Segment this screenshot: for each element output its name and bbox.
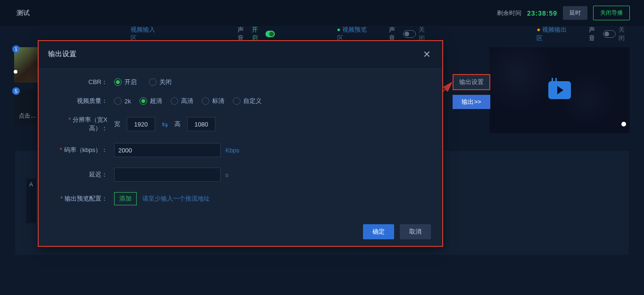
thumbnail-number: 1 <box>12 45 20 53</box>
radio-text: 自定义 <box>243 97 262 105</box>
radio-text: 开启 <box>124 78 137 86</box>
sound-status-on: 开启 <box>252 25 263 42</box>
height-input[interactable] <box>187 117 215 131</box>
section-row: 视频输入区 声音 开启 视频预览区 声音 关闭 视频输出区 声音 关闭 <box>0 26 644 42</box>
output-button[interactable]: 输出>> <box>453 95 490 109</box>
output-preview-panel <box>489 47 630 133</box>
sound-label-2: 声音 <box>389 25 400 42</box>
radio-text: 关闭 <box>159 78 172 86</box>
thumbnail-slider-handle[interactable] <box>14 70 17 74</box>
play-icon <box>548 81 571 99</box>
quality-2k-radio[interactable]: 2k <box>114 97 131 105</box>
width-input[interactable] <box>127 117 155 131</box>
delay-input[interactable] <box>114 168 221 182</box>
sound-status-off-2: 关闭 <box>619 25 630 42</box>
video-preview-section-label: 视频预览区 <box>337 25 370 42</box>
quality-hd-radio[interactable]: 高清 <box>171 97 193 105</box>
quality-sd-radio[interactable]: 标清 <box>202 97 224 105</box>
thumbnail-click-label: 点击… <box>19 112 36 120</box>
stream-hint: 请至少输入一个推流地址 <box>142 194 210 203</box>
sound-label-3: 声音 <box>589 25 600 42</box>
bitrate-input[interactable] <box>114 143 221 157</box>
bitrate-unit: Kbps <box>225 147 239 154</box>
quality-super-radio[interactable]: 超清 <box>140 97 162 105</box>
output-slider-handle[interactable] <box>621 122 626 126</box>
resolution-label: *分辨率（宽X高）： <box>53 116 114 133</box>
remaining-time-value: 23:38:59 <box>527 9 557 17</box>
modal-header: 输出设置 ✕ <box>39 41 442 67</box>
quality-label: 视频质量： <box>53 97 114 105</box>
delay-label: 延迟： <box>53 170 114 179</box>
sound-status-off-1: 关闭 <box>419 25 430 42</box>
preview-config-label: *输出预览配置： <box>53 194 114 203</box>
thumbnail-column: 1 5 点击… <box>14 47 42 131</box>
topbar: 测试 剩余时间 23:38:59 延时 关闭导播 <box>0 0 644 26</box>
output-settings-modal: 输出设置 ✕ CBR： 开启 关闭 视频质量： 2k 超清 高清 标清 自定义 … <box>39 41 442 246</box>
thumbnail-1[interactable]: 1 <box>14 47 40 83</box>
radio-text: 2k <box>124 98 131 105</box>
modal-title: 输出设置 <box>48 50 76 59</box>
width-sublabel: 宽 <box>114 120 120 128</box>
cbr-label: CBR： <box>53 78 114 86</box>
delay-unit: s <box>225 171 229 178</box>
radio-text: 超清 <box>150 97 162 105</box>
page-title: 测试 <box>17 9 30 17</box>
close-director-button[interactable]: 关闭导播 <box>593 6 630 20</box>
modal-footer: 确定 取消 <box>39 218 442 246</box>
remaining-time-label: 剩余时间 <box>497 9 521 17</box>
output-sound-toggle[interactable] <box>603 30 616 38</box>
cancel-button[interactable]: 取消 <box>400 224 431 239</box>
cbr-off-radio[interactable]: 关闭 <box>149 78 172 86</box>
thumbnail-number: 5 <box>12 87 20 95</box>
add-stream-button[interactable]: 添加 <box>114 192 137 205</box>
thumbnail-5[interactable]: 5 点击… <box>14 89 40 125</box>
video-input-section-label: 视频输入区 <box>131 25 158 42</box>
sound-label-1: 声音 <box>238 25 249 42</box>
output-settings-button[interactable]: 输出设置 <box>453 74 490 90</box>
bottom-panel-a-label: A <box>26 178 36 223</box>
swap-icon[interactable]: ⇆ <box>162 120 168 129</box>
ok-button[interactable]: 确定 <box>363 224 394 239</box>
cbr-on-radio[interactable]: 开启 <box>114 78 137 86</box>
radio-text: 高清 <box>181 97 193 105</box>
close-icon[interactable]: ✕ <box>423 50 431 59</box>
height-sublabel: 高 <box>174 120 181 128</box>
input-sound-toggle[interactable] <box>265 31 275 37</box>
quality-custom-radio[interactable]: 自定义 <box>233 97 262 105</box>
video-output-section-label: 视频输出区 <box>537 25 570 42</box>
delay-button[interactable]: 延时 <box>563 6 587 20</box>
preview-sound-toggle[interactable] <box>403 30 416 38</box>
radio-text: 标清 <box>212 97 224 105</box>
bitrate-label: *码率（kbps）： <box>53 146 114 154</box>
